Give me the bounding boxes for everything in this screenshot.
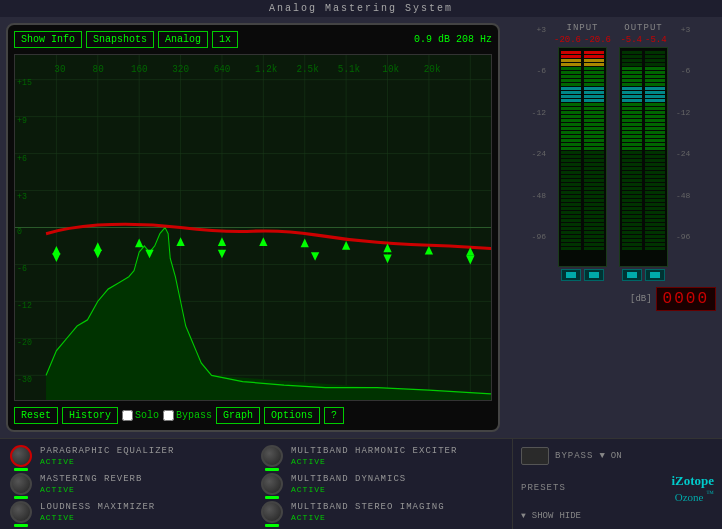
stereo-name: MULTIBAND STEREO IMAGING	[291, 502, 445, 512]
show-info-button[interactable]: Show Info	[14, 31, 82, 48]
output-peak-left: -5.4	[620, 35, 642, 45]
reverb-info: MASTERING REVERB ACTIVE	[40, 474, 142, 494]
svg-text:5.1k: 5.1k	[338, 63, 360, 76]
bypass-on-label: ▼	[599, 451, 604, 461]
loudness-power-button[interactable]	[10, 501, 32, 523]
svg-marker-42	[176, 237, 184, 246]
bypass-label: BYPASS	[555, 451, 593, 461]
output-meter-group: OUTPUT -5.4 -5.4	[619, 23, 668, 281]
bypass-toggle[interactable]	[521, 447, 549, 465]
scale-r96: -96	[676, 232, 690, 241]
hide-label[interactable]: HIDE	[559, 511, 581, 521]
plugin-dynamics: MULTIBAND DYNAMICS ACTIVE	[261, 473, 502, 495]
svg-marker-43	[218, 237, 226, 246]
show-hide-section: ▼ SHOW HIDE	[521, 511, 714, 521]
plugin-column-left: PARAGRAPHIC EQUALIZER ACTIVE MASTERING R…	[10, 445, 251, 523]
presets-section: PRESETS iZotope Ozone ™	[521, 473, 714, 503]
analog-button[interactable]: Analog	[158, 31, 208, 48]
show-arrow: ▼	[521, 511, 526, 520]
solo-checkbox-label[interactable]: Solo	[122, 410, 159, 421]
dynamics-power-button[interactable]	[261, 473, 283, 495]
dynamics-info: MULTIBAND DYNAMICS ACTIVE	[291, 474, 406, 494]
svg-marker-44	[259, 237, 267, 246]
options-button[interactable]: Options	[264, 407, 320, 424]
svg-text:10k: 10k	[382, 63, 399, 76]
bypass-label: Bypass	[176, 410, 212, 421]
svg-text:640: 640	[214, 63, 231, 76]
eq-panel: Show Info Snapshots Analog 1x 0.9 dB 208…	[6, 23, 500, 432]
solo-checkbox[interactable]	[122, 410, 133, 421]
right-controls: BYPASS ▼ ON PRESETS iZotope Ozone ™ ▼ SH…	[512, 439, 722, 529]
svg-text:+3: +3	[17, 190, 27, 202]
output-meter-label: OUTPUT	[624, 23, 662, 33]
svg-text:30: 30	[54, 63, 65, 76]
reverb-power-button[interactable]	[10, 473, 32, 495]
scale-48: -48	[532, 191, 546, 200]
db-display: [dB] 0000	[506, 287, 716, 311]
presets-label: PRESETS	[521, 483, 566, 493]
eq-curve-svg: 30 80 160 320 640 1.2k 2.5k 5.1k 10k 20k…	[15, 55, 491, 400]
output-meter-indicator	[622, 269, 665, 281]
svg-marker-40	[94, 242, 102, 251]
input-meter-bars	[558, 47, 607, 267]
reset-button[interactable]: Reset	[14, 407, 58, 424]
svg-text:+15: +15	[17, 76, 32, 88]
app-title: Analog Mastering System	[269, 3, 453, 14]
svg-marker-41	[135, 239, 143, 248]
db-unit-label: [dB]	[630, 294, 652, 304]
stereo-info: MULTIBAND STEREO IMAGING ACTIVE	[291, 502, 445, 522]
svg-text:-6: -6	[17, 262, 27, 274]
eq-display[interactable]: 30 80 160 320 640 1.2k 2.5k 5.1k 10k 20k…	[14, 54, 492, 401]
plugin-loudness: LOUDNESS MAXIMIZER ACTIVE	[10, 501, 251, 523]
help-button[interactable]: ?	[324, 407, 344, 424]
dynamics-name: MULTIBAND DYNAMICS	[291, 474, 406, 484]
meters-row: +3 -6 -12 -24 -48 -96 INPUT -20.6 -20.6	[506, 23, 716, 281]
svg-text:1.2k: 1.2k	[255, 63, 277, 76]
bypass-checkbox[interactable]	[163, 410, 174, 421]
snapshots-button[interactable]: Snapshots	[86, 31, 154, 48]
show-label[interactable]: SHOW	[532, 511, 554, 521]
svg-marker-50	[52, 253, 60, 262]
scale-r6: -6	[676, 66, 690, 75]
input-meter-indicator	[561, 269, 604, 281]
scale-96: -96	[532, 232, 546, 241]
plugin-column-right: MULTIBAND HARMONIC EXCITER ACTIVE MULTIB…	[261, 445, 502, 523]
on-label: ON	[611, 451, 622, 461]
product-suffix: ™	[706, 489, 714, 498]
input-meter-group: INPUT -20.6 -20.6	[554, 23, 611, 281]
db-scale: +3 -6 -12 -24 -48 -96	[532, 23, 546, 243]
svg-marker-46	[342, 241, 350, 250]
bottom-section: PARAGRAPHIC EQUALIZER ACTIVE MASTERING R…	[0, 438, 722, 529]
eq-power-button[interactable]	[10, 445, 32, 467]
eq-toolbar: Show Info Snapshots Analog 1x 0.9 dB 208…	[14, 31, 492, 48]
scale-24: -24	[532, 149, 546, 158]
svg-marker-39	[52, 246, 60, 255]
scale-12: -12	[532, 108, 546, 117]
input-peak-right: -20.6	[584, 35, 611, 45]
svg-text:+9: +9	[17, 114, 27, 126]
graph-button[interactable]: Graph	[216, 407, 260, 424]
bypass-checkbox-label[interactable]: Bypass	[163, 410, 212, 421]
svg-text:+6: +6	[17, 152, 27, 164]
plugin-eq: PARAGRAPHIC EQUALIZER ACTIVE	[10, 445, 251, 467]
reverb-status: ACTIVE	[40, 485, 142, 494]
scale-r3: +3	[676, 25, 690, 34]
svg-marker-47	[383, 244, 391, 253]
zoom-button[interactable]: 1x	[212, 31, 238, 48]
input-peak-left: -20.6	[554, 35, 581, 45]
history-button[interactable]: History	[62, 407, 118, 424]
svg-text:0: 0	[17, 225, 22, 237]
svg-marker-53	[218, 250, 226, 259]
bypass-section: BYPASS ▼ ON	[521, 447, 714, 465]
stereo-power-button[interactable]	[261, 501, 283, 523]
frequency-readout: 0.9 dB 208 Hz	[414, 34, 492, 45]
scale-r12: -12	[676, 108, 690, 117]
svg-text:80: 80	[93, 63, 104, 76]
reverb-name: MASTERING REVERB	[40, 474, 142, 484]
svg-text:2.5k: 2.5k	[296, 63, 318, 76]
svg-marker-56	[466, 256, 474, 265]
input-meter-label: INPUT	[566, 23, 598, 33]
plugins-left-section: PARAGRAPHIC EQUALIZER ACTIVE MASTERING R…	[0, 439, 512, 529]
svg-text:320: 320	[172, 63, 189, 76]
exciter-power-button[interactable]	[261, 445, 283, 467]
